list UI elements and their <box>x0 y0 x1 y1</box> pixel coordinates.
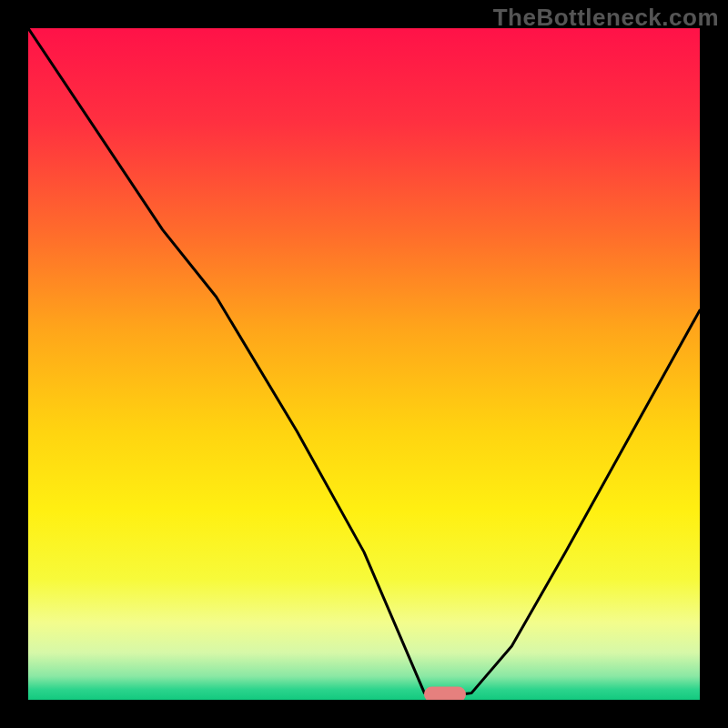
watermark-text: TheBottleneck.com <box>493 4 719 32</box>
plot-area <box>28 28 700 700</box>
bottleneck-curve-svg <box>28 28 700 700</box>
bottleneck-curve <box>28 28 700 696</box>
optimal-point-marker <box>424 687 466 700</box>
chart-frame: TheBottleneck.com <box>0 0 728 728</box>
